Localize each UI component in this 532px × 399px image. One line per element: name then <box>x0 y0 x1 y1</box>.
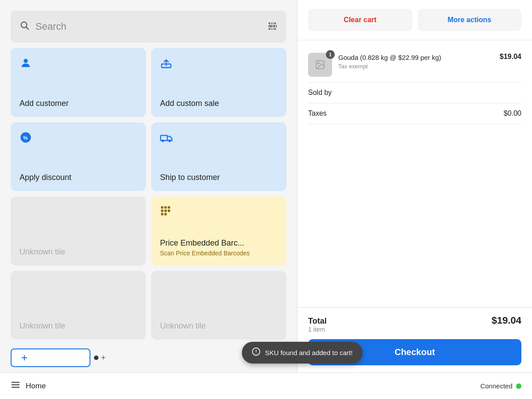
page-dot <box>94 356 98 360</box>
search-placeholder: Search <box>35 21 262 32</box>
discount-icon: % <box>20 131 137 146</box>
tiles-grid: Add customer Add custom sale <box>11 48 286 340</box>
tile-unknown-2-label: Unknown tile <box>20 321 137 331</box>
clear-cart-button[interactable]: Clear cart <box>308 9 412 31</box>
toast-icon <box>252 347 261 358</box>
svg-point-34 <box>318 63 319 64</box>
svg-rect-6 <box>269 25 270 27</box>
svg-rect-3 <box>271 22 272 24</box>
svg-rect-7 <box>270 25 272 27</box>
tile-apply-discount-label: Apply discount <box>20 173 137 182</box>
tile-unknown-3-label: Unknown tile <box>160 321 278 331</box>
connected-status: Connected <box>480 382 521 390</box>
status-dot <box>516 383 521 389</box>
tile-price-barcode-title: Price Embedded Barc... <box>160 239 278 248</box>
bottom-bar: Home Connected <box>0 372 532 399</box>
svg-rect-24 <box>164 206 167 208</box>
tile-unknown-1: Unknown tile <box>11 196 146 266</box>
toast-message: SKU found and added to cart! <box>265 349 353 356</box>
svg-rect-10 <box>276 25 277 27</box>
total-row: Total 1 item $19.04 <box>308 315 521 333</box>
tile-add-custom-sale[interactable]: Add custom sale <box>151 48 286 117</box>
search-bar[interactable]: Search <box>11 11 286 43</box>
hamburger-icon <box>11 380 20 392</box>
cart-item-info: Gouda (0.828 kg @ $22.99 per kg) Tax exe… <box>338 53 493 70</box>
left-panel: Search <box>0 0 297 372</box>
tile-ship-to-customer[interactable]: Ship to customer <box>151 122 286 192</box>
more-actions-button[interactable]: More actions <box>418 9 522 31</box>
cart-items-list: 1 Gouda (0.828 kg @ $22.99 per kg) Tax e… <box>297 40 532 307</box>
right-panel: Clear cart More actions 1 <box>297 0 532 372</box>
cart-item-image-wrapper: 1 <box>308 53 332 77</box>
svg-rect-12 <box>271 28 272 30</box>
tile-add-custom-sale-label: Add custom sale <box>160 99 278 108</box>
svg-rect-26 <box>161 210 163 212</box>
connected-label: Connected <box>480 382 512 390</box>
add-small-button[interactable] <box>11 348 90 367</box>
sold-by-label: Sold by <box>308 89 332 97</box>
svg-text:%: % <box>23 134 28 140</box>
barcode-scan-icon[interactable] <box>268 21 278 33</box>
svg-rect-13 <box>273 28 274 30</box>
barcode-grid-icon <box>160 205 278 219</box>
svg-line-1 <box>26 27 28 29</box>
svg-rect-20 <box>160 135 167 141</box>
plus-page-button[interactable]: + <box>101 353 106 363</box>
cart-item-name: Gouda (0.828 kg @ $22.99 per kg) <box>338 53 493 62</box>
tile-unknown-3: Unknown tile <box>151 271 286 340</box>
cart-header: Clear cart More actions <box>297 0 532 40</box>
cart-item[interactable]: 1 Gouda (0.828 kg @ $22.99 per kg) Tax e… <box>308 47 521 82</box>
svg-rect-9 <box>274 25 275 27</box>
toast: SKU found and added to cart! <box>242 342 363 364</box>
tile-apply-discount[interactable]: % Apply discount <box>11 122 146 192</box>
svg-rect-23 <box>161 206 163 208</box>
total-item-count: 1 item <box>308 326 327 333</box>
total-label-group: Total 1 item <box>308 317 327 333</box>
svg-rect-4 <box>273 22 274 24</box>
shipping-icon <box>160 131 278 146</box>
taxes-row: Taxes $0.00 <box>308 103 521 124</box>
home-label: Home <box>26 382 46 391</box>
home-nav[interactable]: Home <box>11 380 46 392</box>
tile-add-customer-label: Add customer <box>20 99 137 108</box>
tile-add-customer[interactable]: Add customer <box>11 48 146 117</box>
tile-unknown-2: Unknown tile <box>11 271 146 340</box>
svg-rect-29 <box>161 213 163 215</box>
cart-item-price: $19.04 <box>500 53 521 61</box>
tile-ship-to-customer-label: Ship to customer <box>160 173 278 182</box>
svg-rect-2 <box>269 22 270 24</box>
svg-rect-27 <box>164 210 167 212</box>
taxes-label: Taxes <box>308 110 327 117</box>
cart-item-badge: 1 <box>326 50 335 59</box>
tile-unknown-1-label: Unknown tile <box>20 247 137 257</box>
svg-rect-28 <box>168 210 170 212</box>
cart-item-tax: Tax exempt <box>338 63 493 70</box>
svg-rect-11 <box>269 28 270 30</box>
svg-rect-14 <box>274 28 276 30</box>
sold-by-row[interactable]: Sold by <box>308 82 521 103</box>
total-value: $19.04 <box>492 315 521 326</box>
svg-point-15 <box>23 59 27 63</box>
svg-rect-25 <box>168 206 170 208</box>
taxes-value: $0.00 <box>504 110 521 117</box>
toast-container: SKU found and added to cart! <box>242 342 363 364</box>
search-icon <box>20 20 29 33</box>
tile-price-barcode-subtitle: Scan Price Embedded Barcodes <box>160 250 278 257</box>
tile-price-barcode[interactable]: Price Embedded Barc... Scan Price Embedd… <box>151 196 286 266</box>
svg-rect-5 <box>274 22 276 24</box>
svg-rect-8 <box>272 25 273 27</box>
svg-rect-30 <box>164 213 167 215</box>
dot-controls: + <box>94 353 106 363</box>
person-icon <box>20 57 137 72</box>
total-label: Total <box>308 317 327 326</box>
upload-icon <box>160 57 278 72</box>
